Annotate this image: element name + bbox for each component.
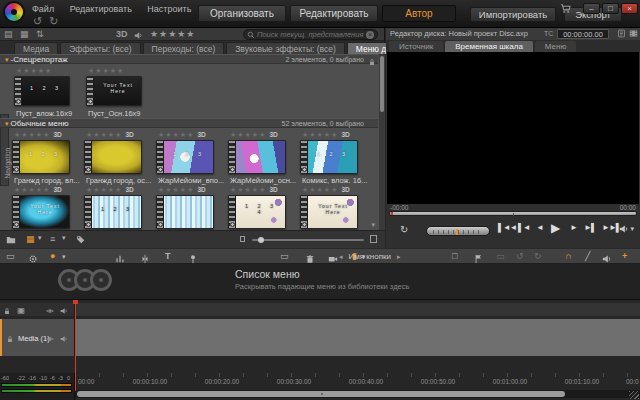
next-edit-button[interactable]: ►▌ (584, 223, 596, 232)
eye-icon[interactable] (46, 305, 54, 315)
previous-edit-button[interactable]: ▌◄ (518, 223, 530, 232)
menu-thumbnail[interactable] (84, 140, 142, 174)
collection-icon[interactable]: ▦ (20, 28, 29, 41)
next-button-icon[interactable]: ▸ (397, 253, 401, 260)
track-name[interactable]: Media (1) (18, 333, 50, 342)
sort-icon[interactable]: ⇅ (36, 28, 44, 41)
item-rating[interactable]: ★★★★★3D (302, 131, 350, 139)
list-view-caret-icon[interactable]: ▾ (62, 234, 66, 242)
filter-caret-icon[interactable]: ▾ (371, 221, 375, 229)
track-header-settings-icon[interactable]: ▭ (6, 249, 15, 265)
tab-timeline[interactable]: Временная шкала (445, 41, 533, 52)
zoom-out-icon[interactable] (240, 236, 245, 242)
expand-triangle-icon[interactable]: ▾ (5, 56, 9, 63)
thumbnail-name[interactable]: ЖарМейоми_осн... (230, 176, 296, 185)
menu-list-strip[interactable]: Список меню Раскрывать падающие меню из … (0, 264, 640, 300)
menu-thumbnail[interactable]: Your Text Here (300, 195, 358, 229)
folder-icon[interactable] (6, 234, 16, 245)
video-preview-screen[interactable] (387, 52, 639, 204)
audio-scrub-icon[interactable]: ∩ (565, 249, 572, 265)
magnet-snap-icon[interactable]: ● (50, 249, 55, 265)
undo-icon[interactable]: ↺ (33, 15, 49, 27)
volume-caret-icon[interactable]: ▾ (630, 225, 634, 232)
mute-icon[interactable] (60, 333, 68, 343)
section-header-standard[interactable]: ▾Обычные меню 52 элементов, 0 выбрано (0, 118, 378, 128)
timeline-hscrollbar[interactable] (75, 390, 640, 398)
clear-search-icon[interactable]: × (366, 31, 374, 39)
menu-thumbnail[interactable] (228, 140, 286, 174)
menu-thumbnail[interactable]: 1 2 3 (14, 76, 70, 106)
maximize-button[interactable]: □ (602, 3, 619, 14)
item-rating[interactable]: ★★★★★3D (230, 186, 278, 194)
hscroll-thumb[interactable] (77, 391, 565, 397)
play-button[interactable]: ▶ (551, 221, 559, 235)
resize-grip[interactable] (629, 391, 639, 399)
thumbnail-name[interactable]: Гранжд город, ос... (86, 176, 151, 185)
panel-layout-icon[interactable]: ▤ (4, 28, 13, 41)
shop-cart-icon[interactable] (560, 3, 571, 14)
timeline-playhead[interactable] (75, 303, 76, 391)
close-button[interactable]: × (621, 3, 638, 14)
section-header-special[interactable]: ▾-Спецрепортаж 2 элементов, 0 выбрано (0, 54, 378, 64)
item-rating[interactable]: ★★★★★3D (158, 131, 206, 139)
tab-media[interactable]: Медиа (14, 42, 58, 54)
menu-setup[interactable]: Настроить (147, 4, 191, 14)
tab-effects[interactable]: Эффекты: (все) (60, 42, 140, 54)
3d-filter-toggle[interactable]: 3D (116, 28, 128, 41)
media-track[interactable]: Media (1) (0, 319, 640, 356)
import-button[interactable]: Импортировать (470, 7, 556, 22)
tab-sound-effects[interactable]: Звуковые эффекты: (все) (226, 42, 345, 54)
item-rating[interactable]: ★★★★★3D (14, 131, 62, 139)
thumbnail-view-icon[interactable]: ▦ (26, 234, 35, 244)
scrubber-bar[interactable] (389, 211, 637, 216)
tab-source[interactable]: Источник (389, 41, 443, 52)
menu-thumbnail[interactable]: 1 2 3 (156, 140, 214, 174)
zoom-slider-thumb[interactable] (258, 237, 264, 243)
library-scrollbar[interactable] (379, 54, 385, 230)
menu-thumbnail[interactable]: Your Text Here (12, 195, 70, 229)
thumbnail-name[interactable]: ЖарМейоми_впо... (158, 176, 224, 185)
prev-button-icon[interactable]: ◂ (339, 253, 343, 260)
item-rating[interactable]: ★★★★★3D (14, 186, 62, 194)
thumbnail-name[interactable]: Пуст_Осн.16x9 (88, 109, 141, 118)
loop-playback-icon[interactable]: ↻ (400, 224, 408, 235)
item-rating[interactable]: ★★★★★3D (158, 186, 206, 194)
timecode-display[interactable]: 00:00:00.00 (557, 29, 609, 39)
scrubber-playhead[interactable] (391, 212, 393, 215)
timeline-ruler[interactable]: 00:00 00:00:10.00 00:00:20.00 00:00:30.0… (75, 373, 640, 390)
item-rating[interactable]: ★★★★★3D (302, 186, 350, 194)
menu-thumbnail[interactable]: 1 2 3 4 (228, 195, 286, 229)
menu-track[interactable] (0, 303, 640, 316)
text-tool-icon[interactable]: T (165, 249, 171, 265)
thumbnail-name[interactable]: Пуст_влож.16x9 (16, 109, 72, 118)
tag-icon[interactable] (76, 234, 85, 244)
rating-filter-stars[interactable]: ★★★★★ (150, 28, 195, 41)
search-input[interactable] (257, 30, 364, 39)
menu-thumbnail[interactable]: 1 2 3 (300, 140, 358, 174)
step-back-button[interactable]: ◄ (536, 223, 543, 232)
go-to-start-button[interactable]: ▌◄◄ (498, 223, 517, 232)
thumbnail-name[interactable]: Комикс, влож. 16... (302, 176, 367, 185)
dual-view-icon[interactable] (629, 29, 638, 38)
redo-icon[interactable]: ↻ (49, 15, 65, 27)
thumbnail-zoom-slider[interactable] (252, 239, 364, 241)
volume-icon[interactable]: ▾ (619, 224, 634, 234)
thumbnail-view-caret-icon[interactable]: ▾ (38, 234, 42, 242)
fullscreen-icon[interactable] (617, 29, 626, 38)
slope-tool-icon[interactable]: ╱ (585, 249, 590, 265)
item-rating[interactable]: ★★★★★3D (86, 186, 134, 194)
jog-shuttle[interactable] (426, 226, 490, 236)
lock-icon[interactable] (6, 333, 14, 343)
edit-button[interactable]: Редактировать (290, 5, 378, 22)
tab-transitions[interactable]: Переходы: (все) (143, 42, 225, 54)
item-rating[interactable]: ★★★★★ (88, 67, 124, 75)
expand-triangle-icon[interactable]: ▾ (5, 120, 9, 127)
menu-thumbnail[interactable]: Your Text Here (86, 76, 142, 106)
menu-thumbnail[interactable]: 1 2 3 (84, 195, 142, 229)
editing-tools-icon[interactable]: + (622, 249, 627, 265)
menu-file[interactable]: Файл (32, 4, 54, 14)
menu-thumbnail[interactable]: 1 2 3 (12, 140, 70, 174)
media-track-body[interactable] (75, 319, 640, 356)
item-rating[interactable]: ★★★★★3D (86, 131, 134, 139)
mute-icon[interactable] (60, 305, 68, 315)
